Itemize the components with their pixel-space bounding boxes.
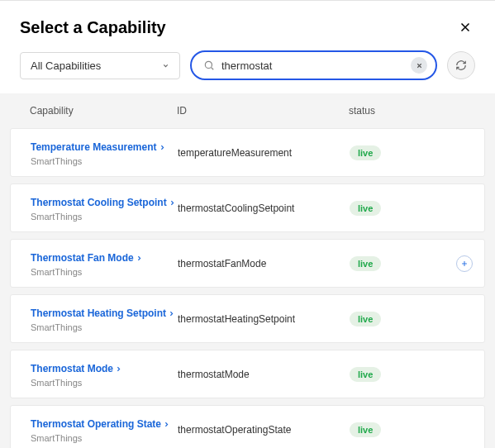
refresh-icon	[455, 60, 467, 71]
status-badge: live	[350, 422, 381, 437]
row-capability-cell: Temperature MeasurementSmartThings	[31, 139, 178, 166]
row-status-cell: live	[350, 312, 381, 326]
row-capability-cell: Thermostat Fan ModeSmartThings	[31, 250, 178, 277]
capability-owner: SmartThings	[31, 378, 178, 388]
x-icon	[416, 62, 423, 69]
table-row: Thermostat Cooling SetpointSmartThingsth…	[10, 183, 485, 232]
col-header-id: ID	[177, 105, 349, 117]
row-capability-cell: Thermostat Operating StateSmartThings	[31, 416, 178, 443]
dropdown-label: All Capabilities	[31, 60, 101, 72]
col-header-capability: Capability	[30, 105, 177, 117]
controls-row: All Capabilities	[0, 50, 495, 93]
select-capability-modal: Select a Capability All Capabilities	[0, 0, 495, 448]
capability-name: Thermostat Fan Mode	[31, 252, 134, 264]
status-badge: live	[350, 145, 381, 160]
table-row: Temperature MeasurementSmartThingstemper…	[10, 128, 485, 177]
table-header: Capability ID status	[0, 93, 495, 128]
modal-title: Select a Capability	[20, 18, 166, 37]
row-status-cell: live	[350, 422, 381, 437]
capability-owner: SmartThings	[31, 322, 178, 332]
table-row: Thermostat ModeSmartThingsthermostatMode…	[10, 350, 485, 398]
row-capability-cell: Thermostat ModeSmartThings	[31, 360, 178, 388]
chevron-down-icon	[162, 62, 169, 69]
plus-icon	[460, 260, 469, 268]
capability-owner: SmartThings	[31, 156, 178, 166]
status-badge: live	[350, 367, 381, 382]
status-badge: live	[350, 256, 381, 271]
capability-filter-dropdown[interactable]: All Capabilities	[20, 52, 180, 79]
table-row: Thermostat Heating SetpointSmartThingsth…	[10, 294, 485, 343]
capability-link[interactable]: Thermostat Heating Setpoint	[31, 307, 175, 319]
row-status-cell: live	[350, 201, 381, 216]
add-capability-button[interactable]	[456, 255, 473, 272]
capability-name: Thermostat Cooling Setpoint	[31, 197, 167, 208]
row-id-cell: thermostatMode	[178, 369, 350, 380]
row-capability-cell: Thermostat Cooling SetpointSmartThings	[31, 194, 178, 222]
capability-link[interactable]: Thermostat Fan Mode	[31, 252, 143, 264]
status-badge: live	[350, 201, 381, 216]
rows-container: Temperature MeasurementSmartThingstemper…	[0, 128, 495, 448]
clear-search-button[interactable]	[411, 57, 427, 74]
table-row: Thermostat Fan ModeSmartThingsthermostat…	[10, 239, 485, 288]
status-badge: live	[350, 312, 381, 326]
modal-header: Select a Capability	[0, 1, 495, 50]
search-icon	[203, 60, 215, 71]
capability-owner: SmartThings	[31, 267, 178, 277]
search-field[interactable]	[190, 50, 437, 80]
row-id-cell: thermostatCoolingSetpoint	[178, 203, 350, 214]
capability-owner: SmartThings	[31, 212, 178, 222]
row-id-cell: thermostatOperatingState	[178, 424, 350, 436]
capability-name: Temperature Measurement	[31, 141, 157, 153]
chevron-right-icon	[136, 255, 143, 262]
row-capability-cell: Thermostat Heating SetpointSmartThings	[31, 305, 178, 332]
row-status-cell: live	[350, 256, 381, 271]
capability-link[interactable]: Temperature Measurement	[31, 141, 166, 153]
close-icon	[458, 20, 473, 35]
search-input[interactable]	[221, 60, 411, 72]
results-area: Capability ID status Temperature Measure…	[0, 93, 495, 448]
capability-link[interactable]: Thermostat Cooling Setpoint	[31, 197, 176, 208]
row-id-cell: thermostatFanMode	[178, 258, 350, 269]
refresh-button[interactable]	[447, 51, 475, 79]
row-id-cell: thermostatHeatingSetpoint	[178, 313, 350, 325]
chevron-right-icon	[159, 144, 166, 151]
col-header-status: status	[349, 105, 475, 117]
capability-name: Thermostat Heating Setpoint	[31, 307, 166, 319]
row-status-cell: live	[350, 367, 381, 382]
capability-link[interactable]: Thermostat Operating State	[31, 418, 170, 430]
table-row: Thermostat Operating StateSmartThingsthe…	[10, 405, 485, 448]
svg-point-0	[205, 61, 212, 68]
capability-link[interactable]: Thermostat Mode	[31, 363, 122, 374]
chevron-right-icon	[115, 365, 122, 373]
capability-name: Thermostat Operating State	[31, 418, 161, 430]
chevron-right-icon	[163, 421, 170, 428]
close-button[interactable]	[455, 17, 475, 37]
row-id-cell: temperatureMeasurement	[178, 147, 350, 159]
capability-name: Thermostat Mode	[31, 363, 113, 374]
capability-owner: SmartThings	[31, 433, 178, 443]
row-status-cell: live	[350, 145, 381, 160]
chevron-right-icon	[168, 310, 175, 317]
chevron-right-icon	[169, 199, 176, 207]
